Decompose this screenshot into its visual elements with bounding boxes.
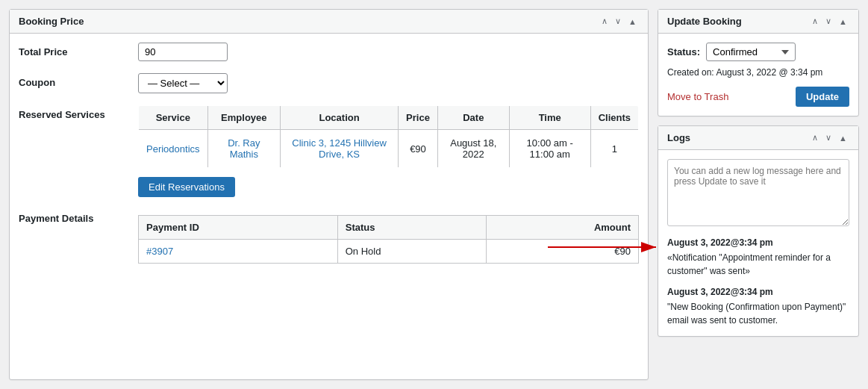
edit-reservations-button[interactable]: Edit Reservations — [138, 177, 235, 197]
total-price-row: Total Price — [19, 43, 639, 61]
logs-header: Logs ∧ ∨ ▲ — [658, 126, 858, 150]
log-entry-1-time: August 3, 2022@3:34 pm — [667, 236, 849, 249]
employee-link[interactable]: Dr. Ray Mathis — [228, 137, 260, 160]
status-select[interactable]: Confirmed Pending Cancelled Rejected — [706, 43, 796, 61]
log-entry-2-time: August 3, 2022@3:34 pm — [667, 285, 849, 299]
col-price: Price — [399, 106, 438, 130]
services-table: Service Employee Location Price Date Tim… — [138, 105, 639, 168]
cell-price: €90 — [399, 130, 438, 168]
logs-body: August 3, 2022@3:34 pm «Notification "Ap… — [658, 150, 858, 336]
update-panel-collapse-btn[interactable]: ▲ — [837, 16, 849, 27]
col-service: Service — [139, 106, 208, 130]
log-textarea[interactable] — [667, 159, 849, 226]
payment-col-status: Status — [337, 216, 487, 240]
update-panel-down-btn[interactable]: ∨ — [823, 16, 834, 27]
cell-location: Clinic 3, 1245 Hillview Drive, KS — [281, 130, 399, 168]
payment-details-row: Payment Details Payment ID Status Amount — [19, 209, 639, 264]
created-on-value: August 3, 2022 @ 3:34 pm — [716, 67, 822, 78]
logs-panel-collapse-btn[interactable]: ▲ — [837, 132, 849, 143]
status-label: Status: — [667, 46, 700, 57]
reserved-services-label: Reserved Services — [19, 105, 138, 120]
booking-price-header: Booking Price ∧ ∨ ▲ — [10, 10, 648, 34]
reserved-services-value: Service Employee Location Price Date Tim… — [138, 105, 639, 197]
move-to-trash-link[interactable]: Move to Trash — [667, 91, 728, 102]
logs-controls: ∧ ∨ ▲ — [810, 132, 849, 143]
cell-service: Periodontics — [139, 130, 208, 168]
panel-collapse-down-btn[interactable]: ∨ — [613, 16, 623, 27]
panel-collapse-up-btn[interactable]: ∧ — [599, 16, 610, 27]
cell-time: 10:00 am - 11:00 am — [509, 130, 590, 168]
panel-collapse-btn[interactable]: ▲ — [626, 16, 639, 27]
table-row: Periodontics Dr. Ray Mathis Clinic 3, 12… — [139, 130, 639, 168]
payment-cell-id: #3907 — [139, 240, 338, 264]
cell-employee: Dr. Ray Mathis — [207, 130, 281, 168]
service-link[interactable]: Periodontics — [146, 143, 200, 155]
coupon-row: Coupon — Select — — [19, 73, 639, 93]
panel-controls: ∧ ∨ ▲ — [599, 16, 639, 27]
log-entry-1: August 3, 2022@3:34 pm «Notification "Ap… — [667, 236, 849, 278]
col-employee: Employee — [207, 106, 281, 130]
arrow-svg — [548, 236, 667, 258]
col-clients: Clients — [590, 106, 638, 130]
coupon-select[interactable]: — Select — — [138, 73, 228, 93]
cell-clients: 1 — [590, 130, 638, 168]
payment-details-label: Payment Details — [19, 209, 138, 224]
update-booking-controls: ∧ ∨ ▲ — [810, 16, 849, 27]
payment-cell-status: On Hold — [337, 240, 487, 264]
coupon-value: — Select — — [138, 73, 639, 93]
cell-date: August 18, 2022 — [437, 130, 509, 168]
col-time: Time — [509, 106, 590, 130]
booking-price-panel: Booking Price ∧ ∨ ▲ Total Price Coupon —… — [9, 9, 649, 380]
log-entry-1-message: «Notification "Appointment reminder for … — [667, 252, 831, 276]
log-entry-2-message: "New Booking (Confirmation upon Payment)… — [667, 302, 846, 326]
update-booking-body: Status: Confirmed Pending Cancelled Reje… — [658, 34, 858, 116]
payment-id-link[interactable]: #3907 — [146, 246, 173, 257]
payment-col-id: Payment ID — [139, 216, 338, 240]
total-price-value — [138, 43, 639, 61]
col-location: Location — [281, 106, 399, 130]
update-booking-header: Update Booking ∧ ∨ ▲ — [658, 10, 858, 34]
logs-panel-down-btn[interactable]: ∨ — [823, 132, 834, 143]
created-on-label: Created on: — [667, 67, 714, 78]
coupon-label: Coupon — [19, 73, 138, 88]
logs-title: Logs — [667, 132, 690, 143]
col-date: Date — [437, 106, 509, 130]
edit-reservations-row: Edit Reservations — [138, 177, 639, 197]
log-entry-2: August 3, 2022@3:34 pm "New Booking (Con… — [667, 285, 849, 327]
location-link[interactable]: Clinic 3, 1245 Hillview Drive, KS — [292, 137, 386, 160]
update-booking-title: Update Booking — [667, 16, 742, 27]
reserved-services-row: Reserved Services Service Employee Locat… — [19, 105, 639, 197]
total-price-label: Total Price — [19, 43, 138, 57]
created-on: Created on: August 3, 2022 @ 3:34 pm — [667, 67, 849, 78]
total-price-input[interactable] — [138, 43, 228, 61]
booking-price-title: Booking Price — [19, 16, 84, 27]
update-panel-up-btn[interactable]: ∧ — [810, 16, 820, 27]
logs-panel-up-btn[interactable]: ∧ — [810, 132, 820, 143]
right-column: Update Booking ∧ ∨ ▲ Status: Confirmed P… — [658, 9, 859, 380]
action-row: Move to Trash Update — [667, 87, 849, 107]
logs-panel: Logs ∧ ∨ ▲ Augu — [658, 125, 859, 337]
update-booking-panel: Update Booking ∧ ∨ ▲ Status: Confirmed P… — [658, 9, 859, 116]
status-row: Status: Confirmed Pending Cancelled Reje… — [667, 43, 849, 61]
update-button[interactable]: Update — [796, 87, 849, 107]
